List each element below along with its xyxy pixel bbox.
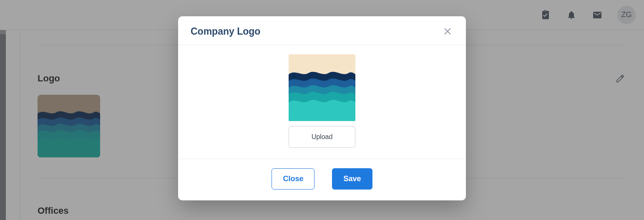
close-icon[interactable] [442,25,453,37]
modal-body: Upload [178,45,466,159]
modal-logo-preview [289,54,355,121]
wave-logo-image [289,54,355,121]
modal-header: Company Logo [178,16,466,45]
close-button[interactable]: Close [272,168,314,190]
save-button[interactable]: Save [332,168,372,190]
upload-button[interactable]: Upload [289,126,355,148]
company-logo-modal: Company Logo Upload Close Save [178,16,466,200]
modal-footer: Close Save [178,159,466,200]
modal-title: Company Logo [191,26,260,37]
